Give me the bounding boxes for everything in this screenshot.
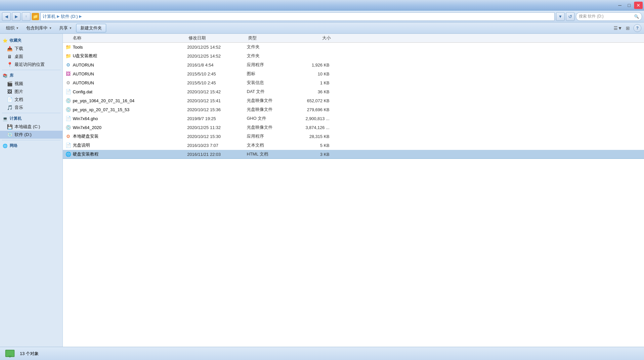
svg-rect-1 <box>6 350 14 356</box>
file-size-2: 1,926 KB <box>293 63 333 68</box>
dropdown-button[interactable]: ▼ <box>556 12 565 21</box>
sidebar-item-video[interactable]: 🎬 视频 <box>0 80 63 88</box>
forward-button[interactable]: ▶ <box>12 12 21 21</box>
file-name-12: 硬盘安装教程 <box>71 151 187 157</box>
file-type-12: HTML 文档 <box>247 151 293 157</box>
back-button[interactable]: ◀ <box>2 12 11 21</box>
recent-icon: 📍 <box>7 62 13 68</box>
help-button[interactable]: ? <box>633 24 641 32</box>
sidebar-header-favorites[interactable]: ⭐ 收藏夹 <box>0 36 63 45</box>
file-row[interactable]: 📄 Win7x64.gho 2019/9/7 19:25 GHO 文件 2,90… <box>63 114 644 123</box>
file-row[interactable]: 📁 U盘安装教程 2020/12/25 14:52 文件夹 <box>63 52 644 61</box>
file-row[interactable]: ⚙ AUTORUN 2016/1/8 4:54 应用程序 1,926 KB <box>63 61 644 69</box>
file-row[interactable]: 💿 pe_yqs_xp_20_07_31_15_53 2020/10/12 15… <box>63 105 644 114</box>
file-icon-0: 📁 <box>65 44 71 50</box>
file-date-1: 2020/12/25 14:52 <box>187 54 247 59</box>
file-type-7: 光盘映像文件 <box>247 107 293 112</box>
share-button[interactable]: 共享 ▼ <box>56 24 75 32</box>
file-type-5: DAT 文件 <box>247 89 293 95</box>
desktop-label: 桌面 <box>15 54 23 60</box>
file-name-11: 光盘说明 <box>71 142 187 148</box>
file-row[interactable]: 💿 Win7x64_2020 2020/12/25 11:32 光盘映像文件 3… <box>63 123 644 132</box>
file-icon-2: ⚙ <box>65 62 71 68</box>
location-icon: 📁 <box>32 13 39 20</box>
sidebar-item-documents[interactable]: 📄 文档 <box>0 96 63 104</box>
preview-pane-button[interactable]: ⊞ <box>623 24 632 32</box>
breadcrumb-drive[interactable]: 软件 (D:) <box>61 14 78 20</box>
col-size-header[interactable]: 大小 <box>294 35 334 41</box>
file-date-5: 2020/10/12 15:42 <box>187 89 247 94</box>
close-button[interactable]: ✕ <box>634 2 643 9</box>
include-label: 包含到库中 <box>26 25 48 31</box>
sidebar-section-favorites: ⭐ 收藏夹 📥 下载 🖥 桌面 📍 最近访问的位置 <box>0 36 63 68</box>
main-area: ⭐ 收藏夹 📥 下载 🖥 桌面 📍 最近访问的位置 📚 库 <box>0 34 644 347</box>
file-type-3: 图标 <box>247 71 293 77</box>
file-name-5: Config.dat <box>71 89 187 94</box>
share-label: 共享 <box>59 25 68 31</box>
sidebar-item-pictures[interactable]: 🖼 图片 <box>0 88 63 96</box>
sidebar-item-desktop[interactable]: 🖥 桌面 <box>0 53 63 61</box>
new-folder-label: 新建文件夹 <box>80 25 102 30</box>
col-type-header[interactable]: 类型 <box>248 35 294 41</box>
sidebar-header-computer[interactable]: 💻 计算机 <box>0 114 63 123</box>
toolbar-right: ☰▼ ⊞ ? <box>614 24 641 32</box>
search-bar[interactable]: 搜索 软件 (D:) 🔍 <box>576 12 642 21</box>
file-size-12: 3 KB <box>293 152 333 157</box>
include-library-button[interactable]: 包含到库中 ▼ <box>23 24 55 32</box>
titlebar: ─ □ ✕ <box>0 0 644 11</box>
minimize-button[interactable]: ─ <box>616 2 624 9</box>
file-row[interactable]: 🖼 AUTORUN 2015/5/10 2:45 图标 10 KB <box>63 69 644 78</box>
view-toggle-button[interactable]: ☰▼ <box>614 24 622 32</box>
col-date-header[interactable]: 修改日期 <box>189 35 248 41</box>
file-icon-9: 💿 <box>65 124 71 131</box>
file-size-5: 36 KB <box>293 89 333 94</box>
sidebar-header-network[interactable]: 🌐 网络 <box>0 142 63 150</box>
file-date-10: 2020/10/12 15:30 <box>187 134 247 139</box>
col-name-header[interactable]: 名称 <box>63 35 189 41</box>
downloads-label: 下载 <box>15 46 23 52</box>
breadcrumb[interactable]: 计算机 ▶ 软件 (D:) ▶ <box>40 12 555 21</box>
maximize-button[interactable]: □ <box>625 2 633 9</box>
file-date-8: 2019/9/7 19:25 <box>187 116 247 121</box>
file-row[interactable]: ⚙ 本地硬盘安装 2020/10/12 15:30 应用程序 28,315 KB <box>63 132 644 141</box>
toolbar: 组织 ▼ 包含到库中 ▼ 共享 ▼ 新建文件夹 ☰▼ ⊞ ? <box>0 22 644 34</box>
file-date-3: 2015/5/10 2:45 <box>187 71 247 76</box>
file-rows-container: 📁 Tools 2020/12/25 14:52 文件夹 📁 U盘安装教程 20… <box>63 43 644 159</box>
sidebar-item-drive-d[interactable]: 💿 软件 (D:) <box>0 131 63 139</box>
file-icon-12: 🌐 <box>65 151 71 158</box>
file-row[interactable]: 📄 光盘说明 2016/10/23 7:07 文本文档 5 KB <box>63 141 644 150</box>
video-icon: 🎬 <box>7 81 13 87</box>
file-size-3: 10 KB <box>293 71 333 76</box>
new-folder-button[interactable]: 新建文件夹 <box>76 24 106 32</box>
sidebar-item-recent[interactable]: 📍 最近访问的位置 <box>0 61 63 68</box>
file-icon-4: ⚙ <box>65 79 71 86</box>
breadcrumb-computer[interactable]: 计算机 <box>43 14 56 20</box>
file-row[interactable]: ⚙ AUTORUN 2015/5/10 2:45 安装信息 1 KB <box>63 78 644 87</box>
file-name-9: Win7x64_2020 <box>71 125 187 130</box>
sidebar-header-library[interactable]: 📚 库 <box>0 71 63 80</box>
computer-icon: 💻 <box>3 116 8 121</box>
file-type-11: 文本文档 <box>247 142 293 148</box>
sidebar-item-drive-c[interactable]: 💾 本地磁盘 (C:) <box>0 123 63 131</box>
desktop-icon: 🖥 <box>7 54 13 60</box>
sidebar-item-music[interactable]: 🎵 音乐 <box>0 104 63 112</box>
organize-button[interactable]: 组织 ▼ <box>3 24 22 32</box>
network-icon: 🌐 <box>3 144 8 148</box>
network-label: 网络 <box>10 143 18 149</box>
file-row[interactable]: 💿 pe_yqs_1064_20_07_31_16_04 2020/10/12 … <box>63 96 644 105</box>
breadcrumb-arrow-1: ▶ <box>57 14 60 19</box>
file-row[interactable]: 📁 Tools 2020/12/25 14:52 文件夹 <box>63 43 644 52</box>
file-name-8: Win7x64.gho <box>71 116 187 121</box>
file-size-10: 28,315 KB <box>293 134 333 139</box>
favorites-label: 收藏夹 <box>10 38 21 43</box>
file-row[interactable]: 📄 Config.dat 2020/10/12 15:42 DAT 文件 36 … <box>63 87 644 96</box>
file-row[interactable]: 🌐 硬盘安装教程 2016/11/21 22:03 HTML 文档 3 KB <box>63 150 644 159</box>
file-date-2: 2016/1/8 4:54 <box>187 63 247 68</box>
refresh-button[interactable]: ↺ <box>566 12 575 21</box>
recent-label: 最近访问的位置 <box>15 62 45 68</box>
sidebar-section-computer: 💻 计算机 💾 本地磁盘 (C:) 💿 软件 (D:) <box>0 114 63 139</box>
organize-arrow: ▼ <box>16 26 19 30</box>
library-icon: 📚 <box>3 73 8 78</box>
sidebar-item-downloads[interactable]: 📥 下载 <box>0 45 63 53</box>
up-button[interactable]: ↑ <box>22 12 30 21</box>
